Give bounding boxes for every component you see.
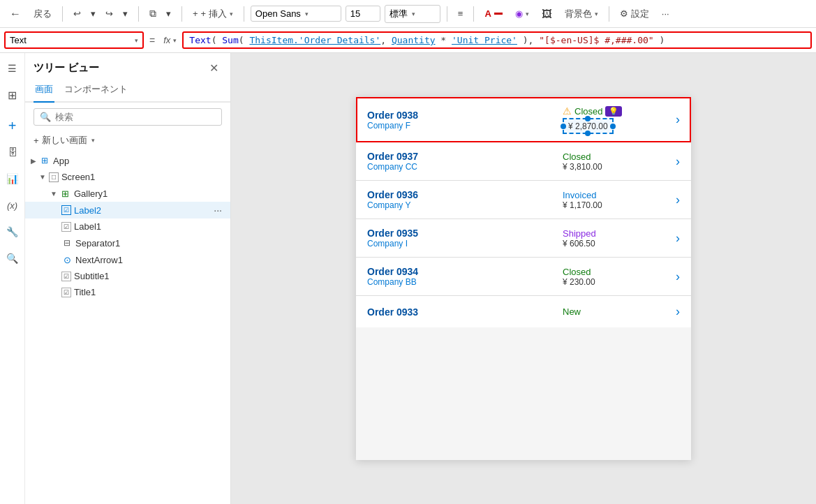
company-0934: Company BB [367, 277, 557, 287]
chart-icon[interactable]: 📊 [3, 169, 22, 188]
formula-input[interactable]: Text( Sum( ThisItem.'Order Details', Qua… [182, 31, 812, 49]
fx-chevron-icon: ▾ [173, 37, 177, 44]
item-arrow-0936[interactable]: › [659, 193, 680, 207]
screen1-label: Screen1 [61, 172, 225, 182]
label2-label: Label2 [74, 205, 208, 216]
property-label: Text [10, 35, 27, 45]
color-indicator [494, 13, 503, 15]
amount-0938: ¥ 2,870.00 [568, 121, 608, 131]
back-button[interactable]: ← [6, 5, 25, 23]
tree-header: ツリー ビュー ✕ [25, 53, 230, 80]
tree-item-separator1[interactable]: ⊟ Separator1 [25, 235, 230, 251]
list-item-0933[interactable]: Order 0933 New › [356, 296, 691, 327]
tree-close-button[interactable]: ✕ [206, 60, 222, 76]
tree-item-gallery1[interactable]: ▼ ⊞ Gallery1 [25, 185, 230, 202]
tab-screen[interactable]: 画面 [34, 80, 54, 103]
font-style-dropdown[interactable]: 標準 ▾ [385, 5, 440, 23]
tree-search-input[interactable] [55, 112, 216, 122]
color-palette-button[interactable]: ◉ ▾ [511, 6, 533, 22]
company-0937: Company CC [367, 162, 557, 172]
variable-icon[interactable]: (x) [3, 195, 22, 215]
item-center-0938: ⚠ Closed 💡 ¥ 2,870.00 [563, 105, 653, 134]
status-0937: Closed [563, 151, 591, 162]
tree-item-title1[interactable]: ☑ Title1 [25, 284, 230, 300]
item-center-0935: Shipped ¥ 606.50 [563, 228, 653, 249]
font-style-chevron-icon: ▾ [412, 10, 415, 17]
label1-icon: ☑ [61, 222, 71, 232]
back-label-button[interactable]: 戻る [29, 5, 56, 23]
tree-item-nextarrow1[interactable]: ⊙ NextArrow1 [25, 251, 230, 268]
nextarrow1-label: NextArrow1 [75, 255, 225, 265]
redo-button[interactable]: ↪ [101, 6, 117, 22]
app-chevron-icon: ▶ [31, 157, 36, 165]
font-size-dropdown[interactable]: 15 [346, 6, 380, 22]
add-icon[interactable]: + [3, 116, 22, 135]
new-screen-button[interactable]: + 新しい画面 ▾ [25, 131, 230, 149]
insert-button[interactable]: + + 挿入 ▾ [188, 5, 237, 23]
item-arrow-0937[interactable]: › [659, 154, 680, 169]
order-number-0933: Order 0933 [367, 306, 557, 318]
property-chevron-icon: ▾ [135, 37, 138, 44]
property-selector[interactable]: Text ▾ [4, 31, 144, 49]
settings-strip-icon[interactable]: 🔧 [3, 222, 22, 242]
status-0935: Shipped [563, 228, 596, 239]
list-item-0937[interactable]: Order 0937 Company CC Closed ¥ 3,810.00 … [356, 142, 691, 181]
undo-dropdown-button[interactable]: ▾ [87, 6, 100, 22]
font-family-chevron-icon: ▾ [305, 10, 309, 17]
list-item-0934[interactable]: Order 0934 Company BB Closed ¥ 230.00 › [356, 258, 691, 296]
item-arrow-0934[interactable]: › [659, 269, 680, 284]
item-center-0933: New [563, 306, 653, 317]
copy-dropdown-button[interactable]: ▾ [162, 6, 175, 22]
amount-0936: ¥ 1,170.00 [563, 200, 602, 210]
main-area: ☰ ⊞ + 🗄 📊 (x) 🔧 🔍 ツリー ビュー ✕ 画面 コンポーネント 🔍… [0, 53, 816, 504]
tree-title: ツリー ビュー [34, 61, 99, 75]
item-arrow-0933[interactable]: › [659, 304, 680, 319]
label1-label: Label1 [74, 221, 225, 232]
fx-button[interactable]: fx ▾ [161, 34, 179, 47]
item-left-0937: Order 0937 Company CC [367, 151, 557, 172]
list-item-0936[interactable]: Order 0936 Company Y Invoiced ¥ 1,170.00… [356, 181, 691, 219]
tree-item-label2[interactable]: ☑ Label2 ··· [25, 202, 230, 218]
database-icon[interactable]: 🗄 [3, 142, 22, 162]
company-0938: Company F [367, 121, 557, 131]
list-item-0935[interactable]: Order 0935 Company I Shipped ¥ 606.50 › [356, 219, 691, 258]
text-color-button[interactable]: A [480, 6, 506, 22]
layers-icon[interactable]: ⊞ [3, 85, 22, 105]
copy-chevron-icon: ▾ [166, 8, 171, 19]
order-number-0935: Order 0935 [367, 228, 557, 239]
redo-dropdown-button[interactable]: ▾ [119, 6, 132, 22]
font-size-label: 15 [350, 8, 360, 19]
undo-button[interactable]: ↩ [69, 6, 85, 22]
gallery1-label: Gallery1 [74, 188, 225, 199]
tab-component[interactable]: コンポーネント [63, 80, 129, 103]
hamburger-icon[interactable]: ☰ [3, 59, 22, 78]
item-arrow-0935[interactable]: › [659, 231, 680, 246]
copy-button[interactable]: ⧉ [145, 5, 161, 22]
tree-item-app[interactable]: ▶ ⊞ App [25, 152, 230, 169]
company-0935: Company I [367, 239, 557, 249]
more-button[interactable]: ··· [658, 6, 674, 22]
tree-item-label1[interactable]: ☑ Label1 [25, 218, 230, 235]
separator1-label: Separator1 [75, 238, 225, 249]
company-0936: Company Y [367, 200, 557, 210]
tree-item-screen1[interactable]: ▼ □ Screen1 [25, 169, 230, 185]
tree-item-subtitle1[interactable]: ☑ Subtitle1 [25, 268, 230, 284]
item-center-0936: Invoiced ¥ 1,170.00 [563, 190, 653, 210]
amount-0935: ¥ 606.50 [563, 239, 595, 249]
tree-items: ▶ ⊞ App ▼ □ Screen1 ▼ ⊞ Gallery1 ☑ Label… [25, 152, 230, 504]
image-icon-button[interactable]: 🖼 [537, 5, 556, 22]
screen1-icon: □ [49, 172, 59, 182]
gallery-list: Order 0938 Company F ⚠ Closed 💡 ¥ 2,870. [356, 97, 691, 327]
tree-search-box[interactable]: 🔍 [34, 108, 222, 126]
settings-button[interactable]: ⚙ 設定 [616, 5, 653, 23]
list-item-0938[interactable]: Order 0938 Company F ⚠ Closed 💡 ¥ 2,870. [356, 97, 691, 142]
color-palette-icon: ◉ [515, 8, 523, 19]
bg-color-button[interactable]: 背景色 ▾ [561, 5, 602, 23]
separator-5 [447, 6, 447, 22]
search-strip-icon[interactable]: 🔍 [3, 249, 22, 268]
menu-icon-button[interactable]: ≡ [454, 6, 468, 22]
selected-amount-box-0938: ¥ 2,870.00 [563, 118, 614, 134]
font-family-dropdown[interactable]: Open Sans ▾ [251, 6, 341, 22]
item-arrow-0938[interactable]: › [659, 112, 680, 127]
label2-more-icon[interactable]: ··· [211, 205, 225, 216]
